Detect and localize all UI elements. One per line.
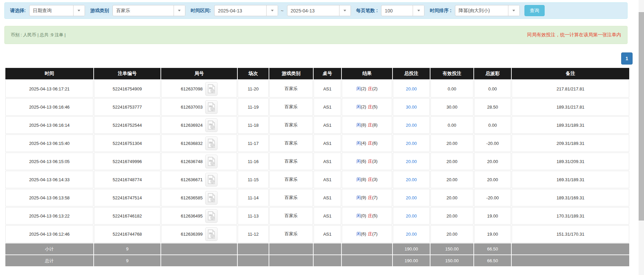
- cell-valid-bet: 20.00: [430, 225, 473, 243]
- video-replay-button[interactable]: [205, 173, 218, 187]
- vertical-scrollbar-track[interactable]: [639, 0, 644, 275]
- query-type-dropdown-button[interactable]: [73, 5, 85, 16]
- total-bet-link[interactable]: 20.00: [406, 177, 417, 182]
- total-bet-link[interactable]: 20.00: [406, 141, 417, 146]
- cell-valid-bet: 20.00: [430, 134, 473, 152]
- total-bet-link[interactable]: 20.00: [406, 159, 417, 164]
- result-banker-label: 庄: [368, 231, 372, 236]
- cell-valid-bet: 0.00: [430, 116, 473, 134]
- game-type-select[interactable]: 百家乐: [112, 5, 185, 16]
- pagination-page-1-button[interactable]: 1: [621, 52, 633, 65]
- select-type-label: 请选择:: [10, 8, 26, 14]
- page-size-dropdown-button[interactable]: [413, 5, 424, 16]
- cell-table-no: AS1: [314, 225, 341, 243]
- cell-result: 闲(8)庄(8): [342, 116, 392, 134]
- search-button[interactable]: 查询: [524, 5, 545, 16]
- video-replay-button[interactable]: [205, 118, 218, 132]
- total-label: 总计: [5, 255, 93, 266]
- total-total-bet: 190.00: [393, 255, 430, 266]
- result-banker-label: 庄: [368, 104, 372, 109]
- date-to-dropdown-button[interactable]: [339, 5, 351, 16]
- col-header-result: 结果: [342, 68, 392, 79]
- total-count: 9: [94, 255, 160, 266]
- time-range-label: 时间区间:: [191, 8, 211, 14]
- page-size-select[interactable]: 100: [381, 5, 424, 16]
- table-row: 2025-04-13 06:13:58 522416747514 6126365…: [5, 189, 629, 206]
- sort-order-select[interactable]: 降冪(由大到小): [455, 5, 520, 16]
- col-header-time: 时间: [5, 68, 93, 79]
- cell-game: 百家乐: [269, 189, 313, 206]
- cell-game: 百家乐: [269, 116, 313, 134]
- cell-table-no: AS1: [314, 189, 341, 206]
- video-replay-button[interactable]: [205, 209, 218, 223]
- total-row: 总计 9 190.00 150.00 66.50: [5, 255, 629, 266]
- cell-remark: 217.81/217.81: [512, 80, 629, 97]
- date-to-value: 2025-04-13: [287, 5, 339, 16]
- result-player-label: 闲: [357, 195, 361, 200]
- sort-order-dropdown-button[interactable]: [508, 5, 519, 16]
- cell-bet-id: 522416754909: [94, 80, 160, 97]
- cell-result: 闲(9)庄(7): [342, 189, 392, 206]
- cell-payout: -20.00: [474, 134, 511, 152]
- video-replay-button[interactable]: [205, 191, 218, 205]
- cell-valid-bet: 30.00: [430, 98, 473, 116]
- cell-session: 11-16: [238, 153, 269, 170]
- cell-valid-bet: 20.00: [430, 207, 473, 225]
- cell-game: 百家乐: [269, 98, 313, 116]
- cell-remark: 151.31/170.31: [512, 225, 629, 243]
- cell-bet-id: 522416749996: [94, 153, 160, 170]
- date-from-input[interactable]: 2025-04-13: [214, 5, 278, 16]
- cell-valid-bet: 20.00: [430, 153, 473, 170]
- round-number: 612636748: [181, 159, 202, 164]
- result-player-label: 闲: [357, 104, 361, 109]
- video-replay-button[interactable]: [205, 155, 218, 168]
- total-bet-link[interactable]: 20.00: [406, 123, 417, 128]
- cell-bet-id: 522416751304: [94, 134, 160, 152]
- cell-remark: 189.31/217.81: [512, 98, 629, 116]
- cell-total-bet: 30.00: [393, 98, 430, 116]
- video-replay-button[interactable]: [205, 100, 218, 114]
- col-header-session: 场次: [238, 68, 269, 79]
- filter-toolbar: 请选择: 日期查询 游戏类别 百家乐 时间区间: 2025-04-13 ~ 20…: [4, 2, 628, 19]
- cell-remark: 189.31/169.31: [512, 189, 629, 206]
- game-type-dropdown-button[interactable]: [174, 5, 185, 16]
- cell-time: 2025-04-13 06:15:05: [5, 153, 93, 170]
- table-header: 时间 注单编号 局号 场次 游戏类别 桌号 结果 总投注 有效投注 总派彩 备注: [5, 68, 629, 79]
- total-bet-link[interactable]: 20.00: [406, 86, 417, 91]
- video-file-icon: [208, 211, 215, 221]
- vertical-scrollbar-thumb[interactable]: [639, 12, 644, 221]
- cell-table-no: AS1: [314, 80, 341, 97]
- subtotal-row: 小计 9 190.00 150.00 66.50: [5, 243, 629, 254]
- video-replay-button[interactable]: [205, 227, 218, 241]
- cell-session: 11-19: [238, 98, 269, 116]
- cell-session: 11-18: [238, 116, 269, 134]
- cell-total-bet: 20.00: [393, 189, 430, 206]
- subtotal-payout: 66.50: [474, 243, 511, 254]
- cell-round: 612636924: [161, 116, 237, 134]
- cell-time: 2025-04-13 06:15:40: [5, 134, 93, 152]
- video-replay-button[interactable]: [205, 136, 218, 150]
- date-to-input[interactable]: 2025-04-13: [287, 5, 351, 16]
- cell-bet-id: 522416744768: [94, 225, 160, 243]
- query-type-select[interactable]: 日期查询: [29, 5, 85, 16]
- total-bet-link[interactable]: 20.00: [406, 213, 417, 219]
- cell-time: 2025-04-13 06:13:22: [5, 207, 93, 225]
- total-bet-link[interactable]: 20.00: [406, 232, 417, 237]
- subtotal-valid-bet: 150.00: [430, 243, 473, 254]
- date-from-value: 2025-04-13: [215, 5, 266, 16]
- result-player-label: 闲: [357, 231, 361, 236]
- cell-total-bet: 20.00: [393, 134, 430, 152]
- video-replay-button[interactable]: [205, 82, 218, 96]
- cell-session: 11-17: [238, 134, 269, 152]
- cell-round: 612636399: [161, 225, 237, 243]
- cell-game: 百家乐: [269, 207, 313, 225]
- table-row: 2025-04-13 06:13:22 522416746182 6126364…: [5, 207, 629, 225]
- result-banker-label: 庄: [368, 195, 372, 200]
- result-banker-label: 庄: [368, 177, 372, 182]
- total-bet-link[interactable]: 30.00: [406, 105, 417, 110]
- table-row: 2025-04-13 06:15:40 522416751304 6126368…: [5, 134, 629, 152]
- video-file-icon: [208, 84, 215, 93]
- total-bet-link[interactable]: 20.00: [406, 195, 417, 200]
- round-number: 612637098: [181, 86, 202, 91]
- date-from-dropdown-button[interactable]: [266, 5, 278, 16]
